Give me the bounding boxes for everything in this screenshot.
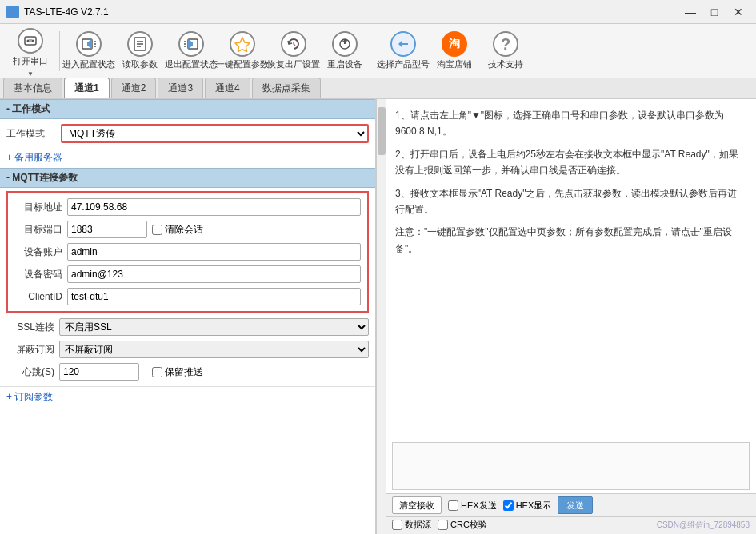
crc-checkbox[interactable]: [438, 520, 448, 530]
help-line-3: 3、接收文本框显示"AT Ready"之后，先点击获取参数，读出模块默认参数后再…: [395, 185, 746, 218]
mask-sub-row: 屏蔽订阅 不屏蔽订阅 屏蔽订阅: [0, 338, 375, 361]
one-key-config-icon: [230, 31, 255, 57]
taobao-label: 淘宝店铺: [437, 58, 472, 70]
clear-session-checkbox[interactable]: [152, 225, 162, 235]
enter-config-button[interactable]: 进入配置状态: [65, 28, 113, 74]
bottom-bar-row1: 清空接收 HEX发送 HEX显示 发送: [386, 493, 756, 516]
help-text-area: 1、请点击左上角"▼"图标，选择正确串口号和串口参数，设备默认串口参数为9600…: [386, 99, 756, 439]
target-port-input[interactable]: [67, 221, 147, 238]
data-source-label: 数据源: [405, 519, 431, 531]
tab-channel1[interactable]: 通道1: [64, 78, 110, 98]
open-port-button[interactable]: 打开串口: [6, 24, 54, 70]
hex-send-label: HEX发送: [461, 500, 497, 512]
hex-display-checkbox[interactable]: [503, 500, 514, 511]
client-id-label: ClientID: [14, 291, 62, 302]
toolbar-sep-1: [59, 31, 60, 71]
close-button[interactable]: ✕: [727, 4, 750, 20]
mqtt-params-section: 目标地址 目标端口 清除会话 设备账户 设备密码: [6, 191, 369, 313]
crc-check-label[interactable]: CRC校验: [438, 519, 487, 531]
exit-config-button[interactable]: 退出配置状态: [167, 28, 215, 74]
help-line-4: 注意："一键配置参数"仅配置选中页参数；所有参数配置完成后，请点击"重启设备"。: [395, 224, 746, 257]
taobao-button[interactable]: 淘 淘宝店铺: [430, 28, 478, 74]
client-id-input[interactable]: [67, 288, 361, 305]
tab-bar: 基本信息 通道1 通道2 通道3 通道4 数据点采集: [0, 78, 756, 99]
main-content: - 工作模式 工作模式 MQTT透传 TCP客户端 UDP HTTP + 备用服…: [0, 99, 756, 534]
tech-support-label: 技术支持: [488, 58, 523, 70]
tab-channel3[interactable]: 通道3: [158, 78, 203, 98]
mask-sub-select[interactable]: 不屏蔽订阅 屏蔽订阅: [59, 341, 369, 358]
target-addr-input[interactable]: [67, 198, 361, 216]
select-model-button[interactable]: 选择产品型号: [379, 28, 427, 74]
client-id-row: ClientID: [8, 285, 367, 308]
heartbeat-row: 心跳(S) 保留推送: [0, 361, 375, 383]
restart-device-button[interactable]: 重启设备: [321, 28, 369, 74]
enter-config-label: 进入配置状态: [62, 58, 115, 70]
tab-data-collection[interactable]: 数据点采集: [252, 78, 321, 98]
receive-text-box[interactable]: [392, 442, 750, 490]
left-panel: - 工作模式 工作模式 MQTT透传 TCP客户端 UDP HTTP + 备用服…: [0, 99, 376, 534]
title-bar: TAS-LTE-4G V2.7.1 — □ ✕: [0, 0, 756, 24]
restart-device-label: 重启设备: [327, 58, 362, 70]
hex-display-label: HEX显示: [516, 500, 552, 512]
device-password-label: 设备密码: [14, 268, 62, 281]
hex-send-checkbox[interactable]: [448, 500, 458, 511]
work-mode-select[interactable]: MQTT透传 TCP客户端 UDP HTTP: [61, 124, 369, 143]
send-button[interactable]: 发送: [558, 496, 593, 514]
exit-config-label: 退出配置状态: [165, 58, 218, 70]
clear-session-label: 清除会话: [165, 223, 203, 237]
right-bottom-controls: 清空接收 HEX发送 HEX显示 发送 数据源 CRC校验: [386, 493, 756, 534]
tab-basic-info[interactable]: 基本信息: [3, 78, 62, 98]
one-key-config-button[interactable]: 一键配置参数: [218, 28, 266, 74]
tab-channel4[interactable]: 通道4: [205, 78, 250, 98]
maximize-button[interactable]: □: [703, 4, 726, 20]
heartbeat-label: 心跳(S): [6, 365, 54, 379]
minimize-button[interactable]: —: [679, 4, 702, 20]
data-source-check-label[interactable]: 数据源: [392, 519, 431, 531]
title-bar-controls: — □ ✕: [679, 4, 750, 20]
keep-push-checkbox-label[interactable]: 保留推送: [152, 365, 203, 379]
taobao-icon: 淘: [442, 31, 467, 57]
one-key-config-label: 一键配置参数: [216, 58, 269, 70]
title-bar-left: TAS-LTE-4G V2.7.1: [6, 6, 109, 18]
restart-device-icon: [332, 31, 358, 57]
left-panel-scrollbar[interactable]: [376, 99, 386, 534]
data-source-checkbox[interactable]: [392, 520, 402, 530]
keep-push-label: 保留推送: [165, 365, 203, 379]
window-title: TAS-LTE-4G V2.7.1: [24, 6, 109, 18]
target-addr-label: 目标地址: [14, 201, 62, 214]
device-account-row: 设备账户: [8, 241, 367, 263]
svg-rect-3: [29, 39, 32, 42]
tech-support-icon: ?: [493, 31, 518, 57]
device-account-label: 设备账户: [14, 245, 62, 259]
hex-send-check-label[interactable]: HEX发送: [448, 500, 497, 512]
select-model-icon: [390, 31, 416, 57]
mqtt-section-header: - MQTT连接参数: [0, 168, 375, 188]
device-account-input[interactable]: [67, 243, 361, 261]
help-line-2: 2、打开串口后，设备上电后约25秒左右会在接收文本框中显示"AT Ready"，…: [395, 146, 746, 179]
watermark-text: CSDN@维信in_72894858: [657, 520, 750, 531]
toolbar-sep-2: [374, 31, 374, 71]
enter-config-icon: [76, 31, 102, 57]
read-params-label: 读取参数: [122, 58, 158, 70]
clear-receive-button[interactable]: 清空接收: [392, 496, 442, 514]
bottom-bar-row2: 数据源 CRC校验 CSDN@维信in_72894858: [386, 516, 756, 534]
hex-display-check-label[interactable]: HEX显示: [503, 500, 552, 512]
toolbar: 打开串口 ▼ 进入配置状态 读取参数: [0, 24, 756, 78]
open-port-arrow[interactable]: ▼: [27, 70, 34, 78]
heartbeat-input[interactable]: [59, 363, 139, 381]
read-params-button[interactable]: 读取参数: [116, 28, 164, 74]
crc-label: CRC校验: [450, 519, 487, 531]
target-addr-row: 目标地址: [8, 196, 367, 218]
ssl-select[interactable]: 不启用SSL 启用SSL: [59, 318, 369, 336]
tech-support-button[interactable]: ? 技术支持: [482, 28, 530, 74]
subscribe-params-link[interactable]: + 订阅参数: [0, 386, 375, 407]
keep-push-checkbox[interactable]: [152, 367, 162, 377]
target-port-label: 目标端口: [14, 223, 62, 237]
serial-port-icon: [18, 28, 43, 54]
device-password-input[interactable]: [67, 265, 361, 283]
clear-session-checkbox-label[interactable]: 清除会话: [152, 223, 203, 237]
backup-server-link[interactable]: + 备用服务器: [0, 148, 375, 168]
tab-channel2[interactable]: 通道2: [111, 78, 157, 98]
select-model-label: 选择产品型号: [377, 58, 430, 70]
restore-factory-button[interactable]: 恢复出厂设置: [270, 28, 318, 74]
